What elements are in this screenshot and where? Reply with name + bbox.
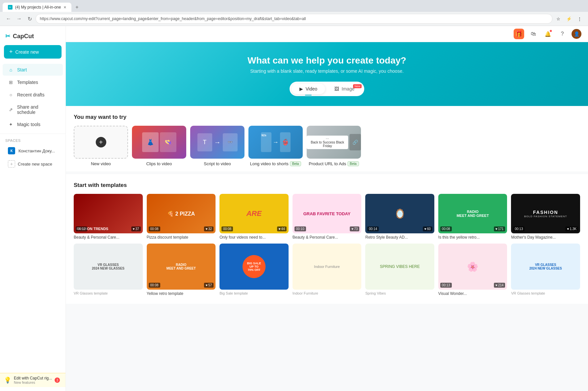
help-button[interactable]: ? — [557, 29, 568, 39]
video-tab-label: Video — [306, 86, 318, 91]
sidebar-item-share-schedule[interactable]: ⇗ Share and schedule — [3, 101, 63, 118]
template-pizza[interactable]: 🍕 2 PIZZA 00:08 ♥ 32 Pizza discount temp… — [147, 194, 216, 240]
template-radio1[interactable]: RADIOMEET AND GREET 00:08 ♥ 171 Is this … — [438, 194, 507, 240]
template-beauty2[interactable]: GRAB FAVRITE TODAY 00:10 ♥ 73 Beauty & P… — [293, 194, 362, 240]
recent-drafts-label: Recent drafts — [17, 92, 44, 97]
bookmark-button[interactable]: ☆ — [554, 14, 563, 23]
hero-tab-group: ▶ Video 🖼 Image New — [290, 82, 364, 96]
reload-button[interactable]: ↻ — [25, 14, 34, 23]
sidebar-item-templates[interactable]: ⊞ Templates — [3, 76, 63, 88]
clips-label: Clips to video — [132, 161, 186, 166]
share-schedule-label: Share and schedule — [17, 104, 58, 115]
template-name: Pizza discount template — [147, 235, 216, 240]
try-item-long[interactable]: 92s → 👙 Long video to shorts Beta — [248, 126, 303, 166]
product-beta-badge: Beta — [347, 161, 359, 166]
tab-title: (4) My projects | All-in-one — [15, 5, 61, 10]
template-fashion[interactable]: FASHION BOLD FASHION STATEMENT 00:13 ♥ 1… — [511, 194, 580, 240]
template-name: Indoor Furniture — [293, 291, 362, 295]
template-vr2[interactable]: VR GLASSES2024 NEW GLASSES VR Glasses te… — [511, 244, 580, 296]
url-bar[interactable]: https://www.capcut.com/my-edit?current_p… — [36, 14, 552, 24]
template-visual[interactable]: 🌸 00:13 ♥ 214 Visual Wonder... — [438, 244, 507, 296]
sidebar-item-magic-tools[interactable]: ✦ Magic tools — [3, 118, 63, 130]
lightbulb-icon: 💡 — [4, 377, 11, 384]
templates-section: Start with templates FASHION TRENDS 00:1… — [66, 174, 588, 304]
hero-tab-video[interactable]: ▶ Video — [292, 84, 325, 94]
back-button[interactable]: ← — [4, 14, 13, 23]
clock-icon: ○ — [8, 92, 14, 98]
template-name: Spring Vibes — [365, 291, 434, 295]
try-item-product[interactable]: ⋯Back to Success Black Friday 🔗 Product … — [307, 126, 361, 166]
spaces-section-label: Spaces — [0, 137, 65, 144]
template-bigsale[interactable]: BIG SALEUP TO70% OFF Big Sale template — [219, 244, 289, 296]
template-beauty1[interactable]: FASHION TRENDS 00:12 ♥ 37 Beauty & Perso… — [74, 194, 143, 240]
try-items-grid: + New video 👗 👒 Clips to video — [74, 126, 580, 171]
sidebar-item-recent-drafts[interactable]: ○ Recent drafts — [3, 89, 63, 101]
template-name: Mother's Day Magazine... — [511, 235, 580, 240]
tab-favicon: ✂ — [8, 5, 13, 10]
edit-bar-main: Edit with CapCut rig... — [14, 376, 52, 380]
bag-icon-button[interactable]: 🛍 — [528, 29, 539, 39]
template-duration: 00:13 — [513, 226, 524, 231]
long-thumb: 92s → 👙 — [248, 126, 303, 159]
template-duration: 00:12 — [76, 226, 87, 231]
sidebar: ✂ CapCut + Create new ⌂ Start ⊞ Template… — [0, 26, 66, 391]
template-radio2[interactable]: RADIOMEET AND GREET 00:08 ♥ 57 Yellow re… — [147, 244, 216, 296]
gift-icon-button[interactable]: 🎁 — [514, 29, 524, 39]
forward-button[interactable]: → — [14, 14, 24, 23]
video-icon: ▶ — [299, 86, 303, 91]
space-item-konstantin[interactable]: К Константин Доку... — [3, 144, 63, 157]
template-duration: 00:08 — [440, 226, 452, 231]
edit-bar[interactable]: 💡 Edit with CapCut rig... New features 3 — [0, 373, 65, 387]
menu-button[interactable]: ⋮ — [575, 14, 584, 23]
wand-icon: ✦ — [8, 121, 14, 127]
template-name: Big Sale template — [219, 291, 289, 295]
template-name: Retro Style Beauty AD... — [365, 235, 434, 240]
create-new-space-button[interactable]: + Create new space — [3, 158, 63, 170]
image-tab-label: Image — [342, 86, 354, 91]
extensions-button[interactable]: ⚡ — [564, 14, 574, 23]
template-vr1[interactable]: VR GLASSES2024 NEW GLASSES VR Glasses te… — [74, 244, 143, 296]
sidebar-divider — [0, 134, 65, 134]
try-item-script[interactable]: T → 👓 Script to video — [190, 126, 244, 166]
start-label: Start — [17, 67, 27, 72]
template-nature[interactable]: SPRING VIBES HERE Spring Vibes — [365, 244, 434, 296]
grid-icon: ⊞ — [8, 79, 14, 85]
capcut-logo-text: CapCut — [13, 33, 34, 40]
browser-tab-active[interactable]: ✂ (4) My projects | All-in-one × — [3, 3, 71, 12]
template-indoor[interactable]: Indoor Furniture Indoor Furniture — [293, 244, 362, 296]
hero-tab-image[interactable]: 🖼 Image New — [326, 84, 362, 94]
edit-bar-sub: New features — [14, 380, 52, 384]
try-item-new-video[interactable]: + New video — [74, 126, 128, 166]
template-name: Only four videos need to... — [219, 235, 289, 240]
template-likes: ♥ 32 — [204, 226, 214, 231]
new-video-thumb: + — [74, 126, 128, 159]
create-space-icon: + — [8, 160, 15, 168]
hero-section: What can we help you create today? Start… — [66, 42, 588, 106]
new-tab-button[interactable]: + — [73, 3, 81, 12]
new-video-label: New video — [74, 161, 128, 166]
template-likes: ♥ 44 — [277, 226, 287, 231]
notification-button[interactable]: 🔔 — [543, 29, 553, 39]
template-name: Yellow retro template — [147, 291, 216, 296]
hero-title: What can we help you create today? — [72, 55, 581, 66]
user-avatar[interactable]: 👤 — [572, 29, 581, 39]
templates-section-title: Start with templates — [74, 182, 580, 189]
templates-row-2: VR GLASSES2024 NEW GLASSES VR Glasses te… — [74, 244, 580, 296]
create-new-button[interactable]: + Create new — [4, 45, 62, 59]
product-thumb: ⋯Back to Success Black Friday 🔗 — [307, 126, 361, 159]
create-new-label: Create new — [15, 49, 39, 55]
tab-close-icon[interactable]: × — [64, 5, 66, 10]
magic-tools-label: Magic tools — [17, 122, 40, 127]
sidebar-item-start[interactable]: ⌂ Start — [3, 64, 63, 76]
template-name: Beauty & Personal Care... — [293, 235, 362, 240]
template-duration: 00:08 — [149, 226, 160, 231]
try-item-clips[interactable]: 👗 👒 Clips to video — [132, 126, 186, 166]
long-label: Long video to shorts Beta — [248, 161, 303, 166]
main-area: 🎁 🛍 🔔 ? 👤 What can we help you create to… — [66, 26, 588, 391]
hero-subtitle: Starting with a blank slate, ready templ… — [72, 68, 581, 74]
template-only4[interactable]: ARE 00:08 ♥ 44 Only four videos need to.… — [219, 194, 289, 240]
template-retro[interactable]: 🪞 00:14 ♥ 60 Retro Style Beauty AD... — [365, 194, 434, 240]
try-section: You may want to try + New video 👗 👒 — [66, 106, 588, 171]
long-beta-badge: Beta — [290, 161, 301, 166]
new-video-plus-icon: + — [96, 137, 106, 147]
